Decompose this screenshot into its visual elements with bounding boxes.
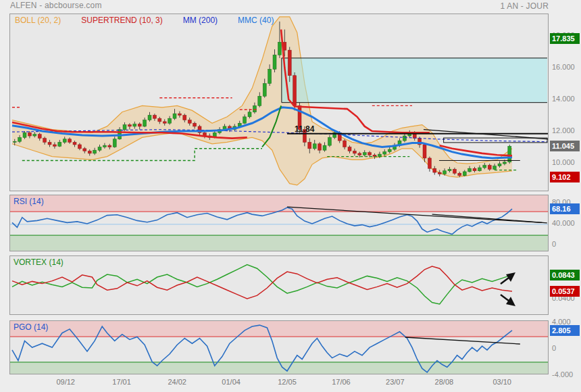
date-axis-label: 01/04 (212, 378, 250, 386)
resistance-zone-box (282, 58, 547, 103)
pgo-panel-label: PGO (14) (14, 322, 48, 332)
price-axis-label: 16.000 (552, 63, 575, 71)
price-axis-label: 12.000 (552, 126, 575, 134)
rsi-panel-label: RSI (14) (14, 197, 44, 206)
date-axis-label: 17/01 (103, 378, 141, 386)
rsi-axis-label: 0 (552, 240, 556, 248)
date-axis-label: 28/08 (425, 378, 463, 386)
price-badge: 11.045 (550, 141, 580, 151)
vortex-panel[interactable] (9, 255, 549, 315)
price-badge: 17.835 (550, 33, 580, 44)
date-axis-label: 12/05 (268, 378, 306, 386)
price-badge: 9.102 (550, 172, 580, 182)
vortex-value-badge: 0.0843 (550, 270, 580, 280)
timeframe-label: 1 AN - JOUR (500, 1, 549, 11)
chart-application: { "header":{"title":"ALFEN - abcbourse.c… (0, 0, 581, 392)
vortex-value-badge: 0.0537 (550, 286, 580, 297)
legend-item-boll[interactable]: BOLL (20, 2) (15, 16, 61, 25)
chart-canvas[interactable] (0, 0, 581, 392)
date-axis-label: 17/06 (322, 378, 360, 386)
price-level-annotation: 11.84 (295, 124, 314, 134)
legend-item-mm200[interactable]: MM (200) (183, 16, 218, 25)
date-axis-label: 23/07 (376, 378, 414, 386)
rsi-axis-label: 40.000 (552, 219, 575, 227)
legend-item-mmc40[interactable]: MMC (40) (238, 16, 274, 25)
main-panel[interactable] (9, 14, 549, 191)
vortex-panel-label: VORTEX (14) (14, 258, 64, 267)
pgo-panel[interactable] (9, 320, 549, 374)
date-axis-label: 03/10 (483, 378, 521, 386)
page-title: ALFEN - abcbourse.com (10, 1, 102, 10)
pgo-value-badge: 2.805 (550, 325, 580, 336)
date-axis-label: 24/02 (158, 378, 196, 386)
indicator-legend: BOLL (20, 2) SUPERTREND (10, 3) MM (200)… (15, 16, 274, 25)
pgo-axis-label: -4.000 (552, 370, 573, 378)
pgo-axis-label: 0 (552, 344, 556, 352)
date-axis-label: 09/12 (47, 378, 84, 386)
price-axis-label: 10.000 (552, 158, 575, 166)
rsi-panel[interactable] (9, 195, 549, 251)
price-axis-label: 14.000 (552, 95, 575, 103)
rsi-value-badge: 68.16 (550, 203, 580, 214)
legend-item-supertrend[interactable]: SUPERTREND (10, 3) (81, 16, 162, 25)
